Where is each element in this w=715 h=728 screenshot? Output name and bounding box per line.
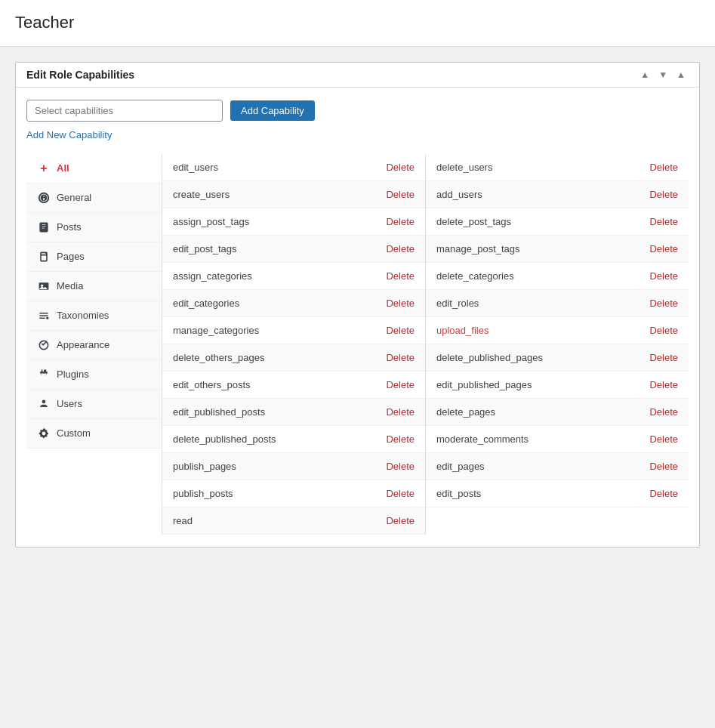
table-row: manage_post_tags Delete (426, 236, 689, 263)
sidebar-item-label: Plugins (57, 369, 89, 380)
delete-capability-button[interactable]: Delete (649, 488, 678, 499)
table-row: edit_post_tags Delete (162, 236, 425, 263)
delete-capability-button[interactable]: Delete (649, 352, 678, 363)
delete-capability-button[interactable]: Delete (386, 461, 415, 472)
wp-icon (37, 191, 51, 205)
widget-collapse-up-button[interactable]: ▲ (637, 69, 652, 81)
sidebar-item-all[interactable]: + All (26, 154, 162, 184)
page-title-bar: Teacher (0, 0, 715, 47)
capability-name: edit_post_tags (173, 243, 237, 254)
table-row: upload_files Delete (426, 317, 689, 344)
delete-capability-button[interactable]: Delete (386, 270, 415, 282)
table-row: edit_roles Delete (426, 290, 689, 317)
delete-capability-button[interactable]: Delete (649, 461, 678, 472)
pages-icon (37, 250, 51, 264)
media-icon (37, 279, 51, 293)
delete-capability-button[interactable]: Delete (386, 433, 415, 445)
sidebar-item-label: Appearance (57, 339, 109, 350)
capability-name: upload_files (436, 325, 488, 336)
delete-capability-button[interactable]: Delete (649, 162, 678, 173)
sidebar-item-label: All (57, 162, 69, 174)
capability-name: delete_published_posts (173, 433, 276, 445)
table-row: edit_pages Delete (426, 453, 689, 480)
capability-name: edit_categories (173, 298, 239, 309)
table-row: edit_users Delete (162, 154, 425, 181)
capability-name: delete_published_pages (436, 352, 543, 363)
delete-capability-button[interactable]: Delete (386, 162, 415, 173)
table-row: edit_published_pages Delete (426, 372, 689, 399)
capability-select-input[interactable] (26, 100, 223, 122)
delete-capability-button[interactable]: Delete (649, 406, 678, 418)
delete-capability-button[interactable]: Delete (386, 298, 415, 309)
posts-icon (37, 221, 51, 234)
capability-name: manage_categories (173, 325, 259, 336)
sidebar-item-label: Taxonomies (57, 310, 109, 321)
widget-toggle-button[interactable]: ▲ (673, 69, 689, 81)
capability-name: delete_post_tags (436, 216, 511, 227)
sidebar-item-general[interactable]: General (26, 184, 162, 213)
delete-capability-button[interactable]: Delete (386, 406, 415, 418)
capability-name: assign_categories (173, 270, 252, 282)
sidebar-item-label: Custom (57, 427, 91, 439)
appearance-icon (37, 338, 51, 352)
table-row: edit_categories Delete (162, 290, 425, 317)
delete-capability-button[interactable]: Delete (649, 325, 678, 336)
delete-capability-button[interactable]: Delete (386, 325, 415, 336)
delete-capability-button[interactable]: Delete (386, 243, 415, 254)
table-row: delete_others_pages Delete (162, 344, 425, 372)
sidebar-item-label: Pages (57, 251, 85, 262)
capability-name: edit_users (173, 162, 218, 173)
users-icon (37, 397, 51, 411)
sidebar-item-users[interactable]: Users (26, 390, 162, 419)
table-row: delete_published_pages Delete (426, 344, 689, 372)
add-capability-button[interactable]: Add Capability (230, 100, 315, 121)
delete-capability-button[interactable]: Delete (649, 298, 678, 309)
sidebar-item-plugins[interactable]: Plugins (26, 360, 162, 390)
table-row: delete_users Delete (426, 154, 689, 181)
plugins-icon (37, 368, 51, 381)
capability-name: edit_others_posts (173, 379, 251, 390)
delete-capability-button[interactable]: Delete (386, 515, 415, 526)
delete-capability-button[interactable]: Delete (386, 379, 415, 390)
widget-title: Edit Role Capabilities (26, 69, 134, 81)
cap-left-col: edit_users Delete create_users Delete as… (162, 154, 425, 535)
sidebar-item-posts[interactable]: Posts (26, 213, 162, 242)
sidebar-item-custom[interactable]: Custom (26, 419, 162, 449)
capability-name: manage_post_tags (436, 243, 520, 254)
table-row: assign_post_tags Delete (162, 208, 425, 236)
delete-capability-button[interactable]: Delete (386, 352, 415, 363)
capabilities-table-area: edit_users Delete create_users Delete as… (162, 154, 689, 535)
widget-header: Edit Role Capabilities ▲ ▼ ▲ (16, 63, 699, 88)
sidebar-item-taxonomies[interactable]: Taxonomies (26, 301, 162, 331)
capability-name: delete_users (436, 162, 492, 173)
delete-capability-button[interactable]: Delete (649, 379, 678, 390)
sidebar-item-appearance[interactable]: Appearance (26, 331, 162, 360)
delete-capability-button[interactable]: Delete (649, 270, 678, 282)
capability-name: create_users (173, 189, 230, 200)
delete-capability-button[interactable]: Delete (649, 433, 678, 445)
cap-right-col: delete_users Delete add_users Delete del… (425, 154, 689, 535)
table-row: publish_pages Delete (162, 453, 425, 480)
sidebar-item-pages[interactable]: Pages (26, 242, 162, 272)
delete-capability-button[interactable]: Delete (386, 488, 415, 499)
sidebar-item-label: Media (57, 280, 83, 292)
svg-point-4 (42, 399, 46, 403)
sidebar-item-media[interactable]: Media (26, 272, 162, 301)
capability-name: edit_posts (436, 488, 481, 499)
table-row: read Delete (162, 507, 425, 535)
sidebar-item-label: Posts (57, 221, 82, 233)
plus-icon: + (37, 162, 51, 175)
table-row: delete_categories Delete (426, 263, 689, 290)
delete-capability-button[interactable]: Delete (649, 216, 678, 227)
widget-controls: ▲ ▼ ▲ (637, 69, 689, 81)
delete-capability-button[interactable]: Delete (649, 189, 678, 200)
table-row: delete_published_posts Delete (162, 426, 425, 453)
capability-name: publish_pages (173, 461, 236, 472)
page-title: Teacher (15, 12, 700, 34)
delete-capability-button[interactable]: Delete (386, 216, 415, 227)
widget-collapse-down-button[interactable]: ▼ (655, 69, 670, 81)
delete-capability-button[interactable]: Delete (386, 189, 415, 200)
capability-name: assign_post_tags (173, 216, 249, 227)
add-new-capability-link[interactable]: Add New Capability (26, 129, 112, 140)
delete-capability-button[interactable]: Delete (649, 243, 678, 254)
